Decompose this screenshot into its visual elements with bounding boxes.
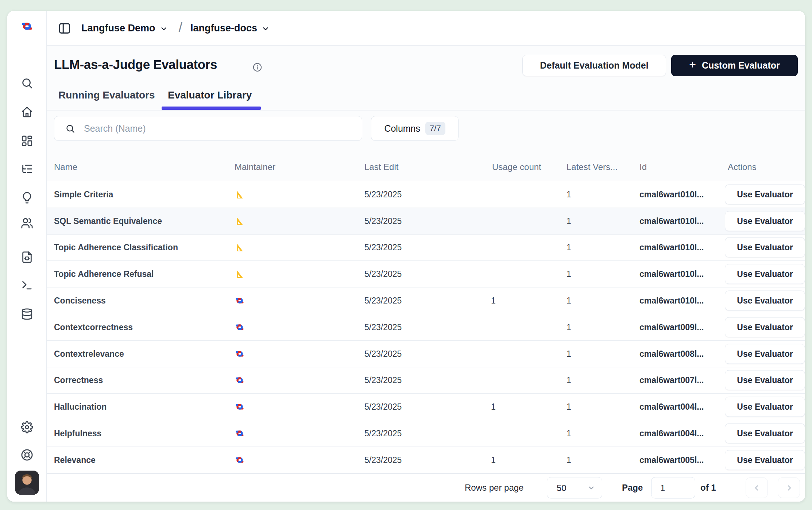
- use-evaluator-button[interactable]: Use Evaluator: [725, 317, 805, 337]
- table-row[interactable]: Helpfulness 5/23/2025 1 cmal6wart004l...…: [47, 420, 805, 447]
- langfuse-logo-icon: [20, 20, 34, 33]
- maintainer-cell: [235, 242, 245, 252]
- page-title: LLM-as-a-Judge Evaluators: [54, 57, 217, 72]
- last-edit-date: 5/23/2025: [364, 189, 402, 199]
- breadcrumb-project[interactable]: langfuse-docs: [190, 23, 257, 34]
- use-evaluator-button[interactable]: Use Evaluator: [725, 344, 805, 364]
- table-row[interactable]: Relevance 5/23/2025 1 1 cmal6wart005l...…: [47, 447, 805, 474]
- topbar: Langfuse Demo / langfuse-docs: [47, 11, 805, 46]
- chevron-left-icon: [753, 483, 761, 492]
- sidebar: [7, 11, 47, 502]
- last-edit-date: 5/23/2025: [364, 243, 402, 252]
- custom-evaluator-button[interactable]: + Custom Evaluator: [671, 55, 798, 76]
- table-row[interactable]: Contextrelevance 5/23/2025 1 cmal6wart00…: [47, 341, 805, 367]
- plus-icon: +: [689, 58, 696, 72]
- support-icon[interactable]: [21, 449, 33, 461]
- ragas-icon: [235, 269, 245, 279]
- breadcrumb-org[interactable]: Langfuse Demo: [81, 23, 155, 34]
- column-header-latest-version: Latest Vers...: [567, 162, 618, 172]
- column-header-id: Id: [639, 162, 647, 172]
- use-evaluator-button[interactable]: Use Evaluator: [725, 184, 805, 204]
- last-edit-date: 5/23/2025: [364, 216, 402, 226]
- previous-page-button[interactable]: [746, 478, 768, 498]
- last-edit-date: 5/23/2025: [364, 455, 402, 465]
- page-number-input[interactable]: [651, 477, 695, 499]
- chevron-right-icon: [785, 483, 793, 492]
- lightbulb-icon[interactable]: [21, 192, 33, 204]
- table-row[interactable]: Correctness 5/23/2025 1 cmal6wart007l...…: [47, 367, 805, 394]
- use-evaluator-button[interactable]: Use Evaluator: [725, 291, 805, 311]
- table-row[interactable]: Topic Adherence Classification 5/23/2025…: [47, 235, 805, 261]
- table-footer: Rows per page 50 Page of 1: [47, 474, 805, 502]
- tabs-divider: [47, 110, 805, 111]
- page-total-label: of 1: [700, 483, 716, 493]
- columns-button[interactable]: Columns 7/7: [371, 116, 459, 141]
- use-evaluator-button[interactable]: Use Evaluator: [725, 450, 805, 470]
- table-row[interactable]: SQL Semantic Equivalence 5/23/2025 1 cma…: [47, 208, 805, 235]
- table-row[interactable]: Contextcorrectness 5/23/2025 1 cmal6wart…: [47, 314, 805, 341]
- use-evaluator-button[interactable]: Use Evaluator: [725, 370, 805, 390]
- use-evaluator-button[interactable]: Use Evaluator: [725, 237, 805, 258]
- maintainer-cell: [235, 295, 245, 306]
- settings-icon[interactable]: [21, 421, 33, 433]
- use-evaluator-button[interactable]: Use Evaluator: [725, 424, 805, 444]
- langfuse-maintainer-icon: [235, 455, 245, 465]
- default-evaluation-model-button[interactable]: Default Evaluation Model: [522, 55, 666, 76]
- table-row[interactable]: Hallucination 5/23/2025 1 1 cmal6wart004…: [47, 394, 805, 420]
- app-window: Langfuse Demo / langfuse-docs LLM-as-a-J…: [0, 0, 812, 510]
- latest-version: 1: [567, 269, 571, 279]
- terminal-icon[interactable]: [21, 279, 33, 291]
- columns-count-badge: 7/7: [425, 122, 445, 135]
- column-header-name: Name: [54, 162, 77, 172]
- evaluator-name: Conciseness: [54, 296, 106, 306]
- tracing-icon[interactable]: [21, 163, 33, 175]
- main-content: LLM-as-a-Judge Evaluators Default Evalua…: [47, 46, 805, 502]
- info-icon[interactable]: [252, 62, 262, 72]
- search-icon: [65, 124, 75, 134]
- evaluator-name: Hallucination: [54, 402, 107, 412]
- latest-version: 1: [567, 455, 571, 465]
- table-header: Name Maintainer Last Edit Usage count La…: [47, 153, 805, 181]
- sidebar-toggle-icon[interactable]: [58, 22, 71, 35]
- langfuse-maintainer-icon: [235, 295, 245, 306]
- datasets-icon[interactable]: [21, 308, 33, 320]
- evaluator-id: cmal6wart004l...: [639, 429, 704, 438]
- use-evaluator-button[interactable]: Use Evaluator: [725, 397, 805, 417]
- tab-running-evaluators[interactable]: Running Evaluators: [58, 89, 155, 101]
- prompts-icon[interactable]: [21, 251, 33, 263]
- chevron-down-icon[interactable]: [262, 25, 270, 33]
- column-header-actions: Actions: [728, 162, 757, 172]
- search-input[interactable]: [83, 123, 302, 134]
- use-evaluator-button[interactable]: Use Evaluator: [725, 264, 805, 284]
- evaluator-id: cmal6wart007l...: [639, 375, 704, 385]
- user-avatar[interactable]: [15, 471, 39, 495]
- tab-evaluator-library[interactable]: Evaluator Library: [168, 89, 252, 101]
- evaluator-name: Relevance: [54, 455, 96, 465]
- home-icon[interactable]: [21, 106, 33, 118]
- users-icon[interactable]: [21, 217, 33, 229]
- last-edit-date: 5/23/2025: [364, 429, 402, 438]
- table-body: Simple Criteria 5/23/2025 1 cmal6wart010…: [47, 181, 805, 474]
- usage-count: 1: [491, 455, 496, 465]
- langfuse-maintainer-icon: [235, 375, 245, 385]
- table-row[interactable]: Topic Adherence Refusal 5/23/2025 1 cmal…: [47, 261, 805, 287]
- langfuse-maintainer-icon: [235, 322, 245, 332]
- breadcrumb-separator: /: [179, 20, 183, 35]
- table-row[interactable]: Conciseness 5/23/2025 1 1 cmal6wart010l.…: [47, 287, 805, 314]
- evaluator-id: cmal6wart010l...: [639, 243, 704, 252]
- dashboard-icon[interactable]: [21, 135, 33, 147]
- search-icon[interactable]: [21, 77, 33, 89]
- chevron-down-icon[interactable]: [160, 25, 168, 33]
- app-card: Langfuse Demo / langfuse-docs LLM-as-a-J…: [7, 11, 805, 502]
- evaluator-id: cmal6wart004l...: [639, 402, 704, 412]
- ragas-icon: [235, 242, 245, 252]
- custom-evaluator-label: Custom Evaluator: [702, 60, 780, 71]
- use-evaluator-button[interactable]: Use Evaluator: [725, 211, 805, 231]
- next-page-button[interactable]: [778, 478, 800, 498]
- table-row[interactable]: Simple Criteria 5/23/2025 1 cmal6wart010…: [47, 181, 805, 208]
- langfuse-maintainer-icon: [235, 402, 245, 412]
- rows-per-page-select[interactable]: 50: [547, 477, 602, 499]
- last-edit-date: 5/23/2025: [364, 349, 402, 359]
- latest-version: 1: [567, 296, 571, 306]
- latest-version: 1: [567, 375, 571, 385]
